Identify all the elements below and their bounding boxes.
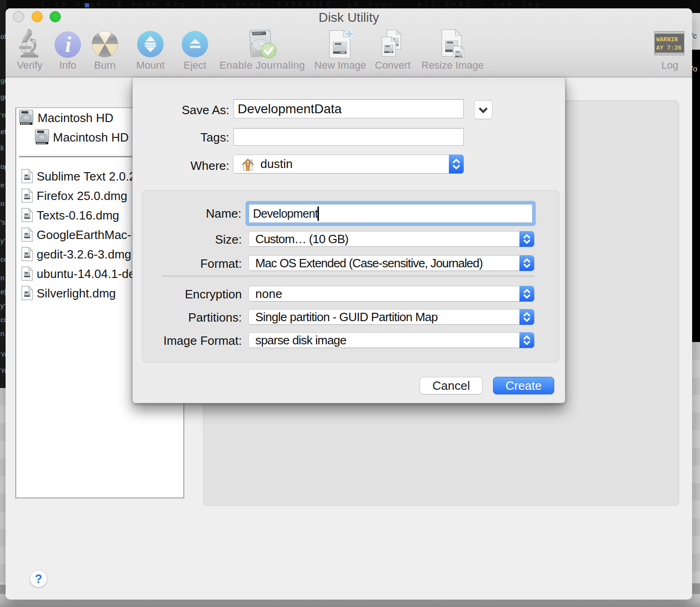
svg-text:AY 7:36: AY 7:36 (656, 45, 682, 52)
svg-text:WARNIN: WARNIN (656, 36, 678, 43)
svg-text:i: i (65, 32, 71, 57)
